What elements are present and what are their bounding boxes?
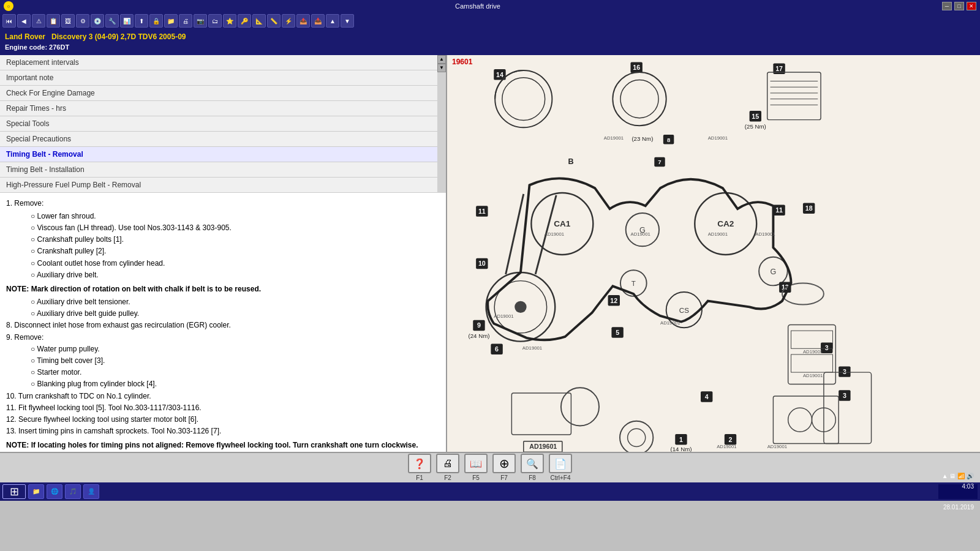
window-title: Camshaft drive [13, 2, 942, 10]
taskbar-app-chrome[interactable]: 🌐 [47, 484, 62, 499]
content-step-4: ○ Coolant outlet hose from cylinder head… [6, 258, 440, 269]
svg-text:1: 1 [679, 435, 683, 443]
nav-item-2[interactable]: Check For Engine Damage [0, 86, 437, 101]
warning-button[interactable]: ⚠ [32, 14, 45, 28]
svg-text:3: 3 [843, 391, 846, 399]
maximize-button[interactable]: □ [954, 2, 964, 10]
scroll-up-button[interactable]: ▲ [326, 14, 339, 28]
svg-text:3: 3 [843, 368, 846, 375]
f7-button[interactable]: ⊕ F7 [492, 454, 516, 481]
f5-button[interactable]: 📖 F5 [464, 454, 488, 481]
svg-rect-0 [458, 55, 970, 452]
files-button[interactable]: 🗂 [208, 14, 222, 28]
nav-item-1[interactable]: Important note [0, 70, 437, 86]
tray-icons: ▲ 🖥 📶 🔊 [942, 472, 974, 480]
svg-text:9: 9 [477, 321, 481, 329]
f8-icon: 🔍 [521, 454, 544, 473]
ctrlf4-icon: 📄 [549, 454, 572, 473]
tools-button[interactable]: 🔧 [105, 14, 119, 28]
svg-text:14: 14 [496, 70, 503, 78]
svg-text:12: 12 [610, 296, 617, 304]
svg-text:AD19001: AD19001 [803, 349, 823, 354]
chart-button[interactable]: 📊 [120, 14, 134, 28]
content-step-14: ○ Blanking plug from cylinder block [4]. [6, 378, 440, 390]
up-button[interactable]: ⬆ [135, 14, 148, 28]
nav-item-6[interactable]: Timing Belt - Removal [0, 147, 437, 162]
lock-button[interactable]: 🔒 [149, 14, 163, 28]
svg-text:10: 10 [478, 260, 486, 267]
f8-button[interactable]: 🔍 F8 [521, 454, 544, 481]
nav-item-5[interactable]: Special Precautions [0, 132, 437, 147]
export-button[interactable]: 📤 [296, 14, 310, 28]
scroll-down-button[interactable]: ▼ [341, 14, 354, 28]
nav-item-3[interactable]: Repair Times - hrs [0, 101, 437, 116]
taskbar: ⊞ 📁 🌐 🎵 👤 ▲ 🖥 📶 🔊 4:03 28.01.2019 [0, 482, 980, 501]
content-step-1: ○ Viscous fan (LH thread). Use tool Nos.… [6, 222, 440, 234]
nav-item-8[interactable]: High-Pressure Fuel Pump Belt - Removal [0, 178, 437, 193]
camera-button[interactable]: 📷 [194, 14, 207, 28]
diagram-area: 14 16 17 15 (25 Nm) (23 Nm) 8 [447, 55, 980, 452]
content-step-3: ○ Crankshaft pulley [2]. [6, 246, 440, 257]
content-step-7: ○ Auxiliary drive belt tensioner. [6, 296, 440, 308]
svg-text:AD19001: AD19001 [767, 444, 786, 449]
star-button[interactable]: ⭐ [223, 14, 236, 28]
settings-button[interactable]: ⚙ [76, 14, 89, 28]
svg-text:AD19001: AD19001 [630, 231, 650, 236]
svg-text:G: G [770, 268, 776, 276]
nav-prev-button[interactable]: ◀ [17, 14, 31, 28]
diagram-label: 19601 [452, 58, 472, 66]
app-header: Land Rover Discovery 3 (04-09) 2,7D TDV6… [0, 29, 980, 55]
scroll-up-arrow[interactable]: ▲ [437, 55, 446, 64]
content-area[interactable]: 1. Remove:○ Lower fan shroud.○ Viscous f… [0, 193, 446, 452]
content-step-5: ○ Auxiliary drive belt. [6, 269, 440, 281]
f1-button[interactable]: ❓ F1 [408, 454, 431, 481]
svg-text:(23 Nm): (23 Nm) [631, 135, 653, 141]
svg-text:11: 11 [775, 206, 783, 214]
measure-button[interactable]: 📏 [267, 14, 281, 28]
content-step-12: ○ Timing belt cover [3]. [6, 355, 440, 367]
svg-text:6: 6 [495, 345, 499, 353]
engine-code: Engine code: 276DT [5, 43, 69, 51]
close-button[interactable]: ✕ [967, 2, 976, 10]
lightning-button[interactable]: ⚡ [282, 14, 295, 28]
printer-button[interactable]: 🖨 [179, 14, 192, 28]
print-button[interactable]: 📋 [47, 14, 60, 28]
content-step-0: ○ Lower fan shroud. [6, 211, 440, 222]
taskbar-app-files[interactable]: 📁 [28, 484, 44, 499]
scroll-down-arrow[interactable]: ▼ [437, 64, 446, 72]
f7-icon: ⊕ [492, 454, 516, 473]
f2-icon: 🖨 [436, 454, 459, 473]
content-step-8: ○ Auxiliary drive belt guide pulley. [6, 308, 440, 320]
f7-label: F7 [500, 474, 508, 481]
f2-button[interactable]: 🖨 F2 [436, 454, 459, 481]
minimize-button[interactable]: ─ [942, 2, 952, 10]
image-button[interactable]: 🖼 [61, 14, 75, 28]
content-step-19: NOTE: If locating holes for timing pins … [6, 440, 440, 451]
nav-item-4[interactable]: Special Tools [0, 116, 437, 132]
svg-text:15: 15 [752, 112, 759, 119]
nav-item-7[interactable]: Timing Belt - Installation [0, 162, 437, 178]
ruler-button[interactable]: 📐 [252, 14, 266, 28]
svg-text:T: T [631, 279, 635, 287]
svg-text:16: 16 [633, 64, 640, 71]
ctrlf4-button[interactable]: 📄 Ctrl+F4 [549, 454, 572, 481]
svg-text:B: B [568, 157, 573, 166]
import-button[interactable]: 📥 [311, 14, 325, 28]
toolbar: ⏮ ◀ ⚠ 📋 🖼 ⚙ 💿 🔧 📊 ⬆ 🔒 📁 🖨 📷 🗂 ⭐ 🔑 📐 📏 ⚡ … [0, 12, 980, 29]
f8-label: F8 [529, 474, 536, 481]
svg-text:(14 Nm): (14 Nm) [670, 446, 692, 452]
taskbar-app-vlc[interactable]: 🎵 [65, 484, 81, 499]
key-button[interactable]: 🔑 [238, 14, 251, 28]
disc-button[interactable]: 💿 [91, 14, 104, 28]
nav-scrollbar[interactable]: ▲ ▼ [437, 55, 446, 193]
svg-text:AD19001: AD19001 [522, 345, 541, 351]
content-step-17: 12. Secure flywheel locking tool using s… [6, 414, 440, 425]
nav-first-button[interactable]: ⏮ [2, 14, 16, 28]
taskbar-app-user[interactable]: 👤 [83, 484, 99, 499]
nav-item-0[interactable]: Replacement intervals [0, 55, 437, 70]
start-button[interactable]: ⊞ [2, 484, 26, 499]
left-panel: Replacement intervalsImportant noteCheck… [0, 55, 447, 452]
folder-button[interactable]: 📁 [164, 14, 178, 28]
tray-time: 4:03 [962, 482, 974, 490]
svg-point-34 [514, 301, 526, 312]
